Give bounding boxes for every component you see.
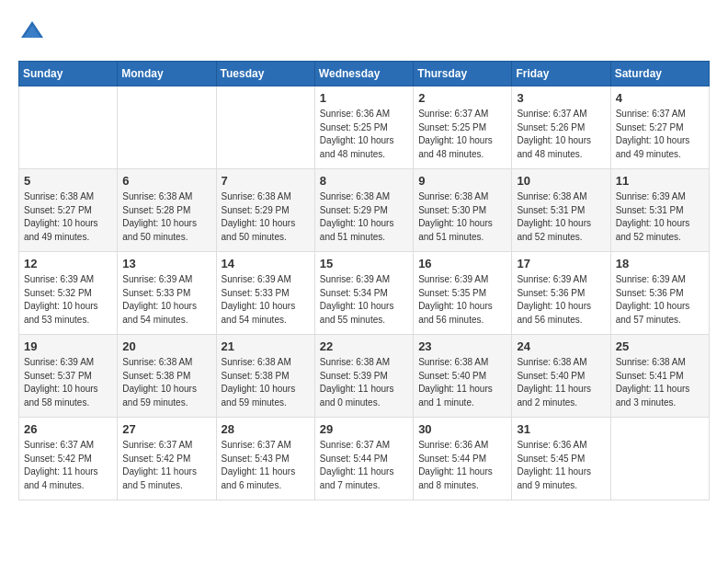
day-info-line: Daylight: 11 hours — [517, 384, 591, 394]
day-number: 27 — [122, 422, 210, 436]
day-number: 16 — [418, 257, 506, 270]
day-cell: 31Sunrise: 6:36 AMSunset: 5:45 PMDayligh… — [512, 418, 610, 500]
day-content: Sunrise: 6:38 AMSunset: 5:41 PMDaylight:… — [616, 356, 704, 409]
day-info-line: Sunrise: 6:39 AM — [122, 274, 192, 284]
day-content: Sunrise: 6:38 AMSunset: 5:31 PMDaylight:… — [517, 190, 605, 244]
day-info-line: and 54 minutes. — [222, 315, 287, 325]
day-info-line: Sunrise: 6:38 AM — [122, 191, 192, 201]
day-info-line: Sunset: 5:38 PM — [122, 371, 190, 381]
day-cell: 1Sunrise: 6:36 AMSunset: 5:25 PMDaylight… — [314, 86, 413, 169]
day-info-line: Sunset: 5:36 PM — [616, 288, 684, 298]
page-header — [18, 18, 710, 46]
day-content: Sunrise: 6:37 AMSunset: 5:44 PMDaylight:… — [320, 439, 408, 492]
header-row: SundayMondayTuesdayWednesdayThursdayFrid… — [19, 62, 710, 86]
column-header-wednesday: Wednesday — [314, 62, 413, 86]
day-number: 5 — [24, 174, 112, 188]
day-cell: 18Sunrise: 6:39 AMSunset: 5:36 PMDayligh… — [610, 252, 709, 335]
day-number: 19 — [24, 339, 112, 353]
column-header-thursday: Thursday — [414, 62, 512, 86]
day-cell: 28Sunrise: 6:37 AMSunset: 5:43 PMDayligh… — [216, 418, 314, 500]
day-cell: 11Sunrise: 6:39 AMSunset: 5:31 PMDayligh… — [610, 169, 709, 252]
day-number: 20 — [122, 339, 210, 353]
day-info-line: Daylight: 10 hours — [222, 301, 296, 311]
day-content: Sunrise: 6:38 AMSunset: 5:40 PMDaylight:… — [517, 356, 605, 409]
day-info-line: Sunrise: 6:38 AM — [320, 191, 390, 201]
day-cell: 2Sunrise: 6:37 AMSunset: 5:25 PMDaylight… — [414, 86, 512, 169]
day-info-line: Sunrise: 6:39 AM — [616, 191, 686, 201]
day-info-line: Sunrise: 6:37 AM — [517, 109, 586, 119]
day-info-line: and 59 minutes. — [122, 397, 188, 408]
day-info-line: and 56 minutes. — [517, 315, 582, 325]
day-info-line: and 4 minutes. — [24, 480, 85, 490]
day-info-line: Daylight: 10 hours — [24, 301, 98, 311]
day-info-line: Sunrise: 6:38 AM — [222, 191, 291, 201]
day-number: 14 — [222, 257, 310, 270]
day-info-line: Sunset: 5:40 PM — [418, 371, 486, 381]
day-info-line: Daylight: 11 hours — [517, 466, 591, 477]
day-content: Sunrise: 6:36 AMSunset: 5:44 PMDaylight:… — [418, 439, 506, 492]
day-info-line: and 7 minutes. — [320, 480, 381, 490]
day-info-line: Sunrise: 6:36 AM — [418, 440, 488, 450]
day-info-line: Sunset: 5:29 PM — [222, 205, 290, 215]
day-info-line: Sunrise: 6:38 AM — [320, 357, 390, 367]
day-number: 23 — [418, 339, 506, 353]
day-number: 22 — [320, 339, 408, 353]
day-cell — [19, 86, 118, 169]
day-info-line: and 50 minutes. — [222, 232, 287, 242]
day-content: Sunrise: 6:38 AMSunset: 5:30 PMDaylight:… — [418, 190, 506, 244]
day-info-line: Sunrise: 6:37 AM — [24, 440, 94, 450]
day-info-line: and 49 minutes. — [24, 232, 89, 242]
day-info-line: Daylight: 11 hours — [222, 466, 296, 477]
day-info-line: Daylight: 10 hours — [616, 218, 690, 228]
day-info-line: Daylight: 10 hours — [616, 135, 690, 145]
day-cell — [118, 86, 216, 169]
day-info-line: Daylight: 10 hours — [418, 301, 493, 311]
column-header-tuesday: Tuesday — [216, 62, 314, 86]
day-number: 2 — [418, 91, 506, 105]
day-info-line: and 50 minutes. — [122, 232, 188, 242]
day-info-line: Sunset: 5:44 PM — [418, 454, 486, 464]
day-cell: 9Sunrise: 6:38 AMSunset: 5:30 PMDaylight… — [414, 169, 512, 252]
day-cell: 21Sunrise: 6:38 AMSunset: 5:38 PMDayligh… — [216, 335, 314, 418]
day-number: 11 — [616, 174, 704, 188]
day-info-line: Sunset: 5:42 PM — [24, 454, 92, 464]
day-content: Sunrise: 6:38 AMSunset: 5:40 PMDaylight:… — [418, 356, 506, 409]
day-info-line: Sunrise: 6:38 AM — [517, 357, 586, 367]
day-cell — [610, 418, 709, 500]
day-cell: 26Sunrise: 6:37 AMSunset: 5:42 PMDayligh… — [19, 418, 118, 500]
day-info-line: and 6 minutes. — [222, 480, 282, 490]
day-content: Sunrise: 6:39 AMSunset: 5:36 PMDaylight:… — [517, 273, 605, 327]
day-info-line: Sunrise: 6:39 AM — [418, 274, 488, 284]
day-info-line: Sunset: 5:36 PM — [517, 288, 585, 298]
column-header-friday: Friday — [512, 62, 610, 86]
day-info-line: and 5 minutes. — [122, 480, 183, 490]
day-info-line: Daylight: 11 hours — [320, 466, 394, 477]
day-info-line: Sunrise: 6:39 AM — [24, 357, 94, 367]
day-info-line: and 2 minutes. — [517, 397, 577, 408]
day-info-line: Sunrise: 6:39 AM — [616, 274, 686, 284]
day-info-line: Daylight: 10 hours — [616, 301, 690, 311]
day-info-line: and 3 minutes. — [616, 397, 677, 408]
day-number: 17 — [517, 257, 605, 270]
day-info-line: Sunset: 5:25 PM — [320, 122, 388, 132]
logo — [18, 18, 51, 46]
day-info-line: Sunrise: 6:36 AM — [320, 109, 390, 119]
day-content: Sunrise: 6:38 AMSunset: 5:39 PMDaylight:… — [320, 356, 408, 409]
day-info-line: Daylight: 10 hours — [517, 218, 591, 228]
day-cell: 12Sunrise: 6:39 AMSunset: 5:32 PMDayligh… — [19, 252, 118, 335]
day-cell: 3Sunrise: 6:37 AMSunset: 5:26 PMDaylight… — [512, 86, 610, 169]
day-info-line: Sunset: 5:40 PM — [517, 371, 585, 381]
logo-icon — [18, 18, 46, 46]
day-cell: 7Sunrise: 6:38 AMSunset: 5:29 PMDaylight… — [216, 169, 314, 252]
day-number: 26 — [24, 422, 112, 436]
day-content: Sunrise: 6:38 AMSunset: 5:29 PMDaylight:… — [320, 190, 408, 244]
day-info-line: Sunset: 5:28 PM — [122, 205, 190, 215]
day-info-line: Sunset: 5:37 PM — [24, 371, 92, 381]
day-info-line: Sunrise: 6:38 AM — [517, 191, 586, 201]
day-info-line: and 59 minutes. — [222, 397, 287, 408]
day-cell: 25Sunrise: 6:38 AMSunset: 5:41 PMDayligh… — [610, 335, 709, 418]
day-info-line: Daylight: 10 hours — [320, 301, 394, 311]
day-content: Sunrise: 6:37 AMSunset: 5:25 PMDaylight:… — [418, 108, 506, 161]
day-info-line: Daylight: 10 hours — [418, 135, 493, 145]
day-info-line: Sunset: 5:34 PM — [320, 288, 388, 298]
